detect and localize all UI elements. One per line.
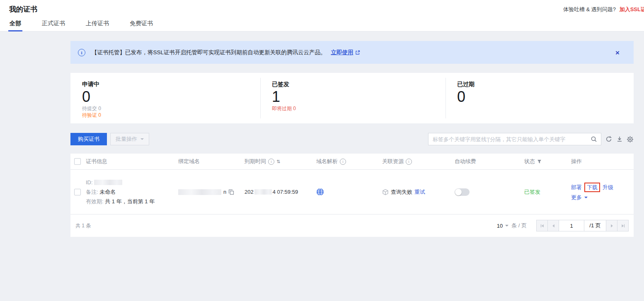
cert-info-cell: ID: 备注: 未命名 有效期: 共 1 年，当前第 1 年: [86, 178, 178, 206]
search-icon[interactable]: [587, 136, 601, 142]
gear-icon[interactable]: [627, 136, 634, 143]
stat-sub-expiring-soon: 即将过期 0: [272, 105, 445, 112]
page-size-select[interactable]: 10: [497, 223, 508, 229]
refresh-icon[interactable]: [605, 136, 612, 143]
table-row: ID: 备注: 未命名 有效期: 共 1 年，当前第 1 年 n 2024 07…: [70, 170, 634, 214]
more-link[interactable]: 更多: [571, 195, 582, 200]
filter-icon[interactable]: [537, 159, 542, 164]
auto-renew-cell: [455, 188, 524, 196]
search-box: [428, 133, 601, 145]
pagination: 10 条 / 页 /1 页: [497, 220, 629, 231]
resources-cell: 查询失败 重试: [382, 188, 455, 196]
domain-suffix: n: [223, 189, 226, 195]
close-icon[interactable]: ×: [615, 49, 620, 56]
stat-value: 1: [272, 89, 445, 105]
tab-official-certs[interactable]: 正式证书: [41, 17, 66, 31]
resource-status: 查询失败: [391, 188, 412, 196]
redacted-cert-id: [94, 180, 122, 185]
stat-value: 0: [82, 89, 260, 105]
next-page-button[interactable]: [606, 220, 617, 231]
dns-cell: [316, 188, 382, 196]
tab-all[interactable]: 全部: [8, 17, 22, 31]
col-domain: 绑定域名: [178, 158, 200, 165]
redacted-expiry-date: [254, 189, 272, 195]
redacted-domain: [178, 189, 221, 195]
stat-card-applying: 申请中 0 待提交 0 待验证 0: [70, 73, 260, 123]
toolbar-icons: [601, 136, 634, 143]
stat-sub-pending-verify: 待验证 0: [82, 112, 260, 118]
select-all-checkbox[interactable]: [74, 158, 81, 165]
search-input[interactable]: [429, 136, 587, 142]
chevron-down-icon: [505, 225, 508, 228]
pager-buttons: /1 页: [537, 220, 629, 231]
stat-title: 申请中: [82, 81, 260, 88]
page-title: 我的证书: [9, 5, 37, 14]
toggle-knob: [455, 189, 462, 195]
stat-value: 0: [457, 89, 634, 105]
table-footer: 共 1 条 10 条 / 页 /1 页: [70, 214, 634, 237]
info-icon[interactable]: i: [406, 159, 412, 165]
feedback-text: 体验吐槽 & 遇到问题?: [563, 6, 616, 12]
validity-label: 有效期:: [86, 198, 104, 205]
table-header: 证书信息 绑定域名 到期时间 i ⇅ 域名解析 i 关联资源 i 自动续费 状态…: [70, 154, 634, 170]
col-cert-info: 证书信息: [86, 158, 107, 165]
status-cell: 已签发: [524, 188, 571, 196]
download-icon[interactable]: [616, 136, 623, 143]
globe-icon[interactable]: [316, 188, 324, 196]
col-resources: 关联资源: [382, 158, 404, 165]
info-icon[interactable]: i: [268, 159, 274, 165]
row-checkbox[interactable]: [74, 189, 81, 195]
status-badge: 已签发: [524, 188, 540, 196]
use-now-link[interactable]: 立即使用: [331, 49, 353, 56]
join-ssl-link-clipped: 证: [641, 6, 644, 13]
package-icon: [382, 189, 389, 195]
upgrade-link[interactable]: 升级: [603, 185, 613, 190]
expiry-suffix: 4 07:59:59: [273, 189, 298, 195]
last-page-button[interactable]: [617, 220, 629, 231]
page-number-input[interactable]: [559, 220, 584, 231]
expiry-cell: 2024 07:59:59: [245, 189, 316, 195]
domain-cell: n: [178, 189, 245, 195]
prev-page-button[interactable]: [547, 220, 559, 231]
col-dns: 域名解析: [316, 158, 338, 165]
batch-operation-button[interactable]: 批量操作: [110, 133, 149, 145]
banner-message: 【证书托管】已发布，将SSL证书开启托管即可实现证书到期前自动更新关联的腾讯云云…: [92, 49, 326, 56]
buy-certificate-button[interactable]: 购买证书: [70, 133, 107, 145]
stat-title: 已签发: [272, 81, 445, 88]
actions-cell: 部署 下载 升级 更多: [571, 184, 634, 200]
join-ssl-link[interactable]: 加入SSL: [620, 6, 641, 12]
chevron-down-icon: [584, 197, 588, 200]
chevron-down-icon: [140, 138, 144, 142]
auto-renew-toggle[interactable]: [455, 188, 470, 196]
deploy-link[interactable]: 部署: [571, 185, 582, 190]
sort-icon[interactable]: ⇅: [276, 159, 280, 164]
top-bar: 我的证书 体验吐槽 & 遇到问题? 加入SSL证 全部 正式证书 上传证书 免费…: [0, 0, 644, 31]
col-auto-renew: 自动续费: [455, 158, 476, 165]
page-total-label: /1 页: [584, 220, 606, 231]
tab-uploaded-certs[interactable]: 上传证书: [85, 17, 110, 31]
external-link-icon: [355, 50, 360, 55]
download-link[interactable]: 下载: [587, 184, 598, 190]
retry-link[interactable]: 重试: [414, 188, 425, 196]
id-label: ID:: [86, 179, 93, 185]
copy-icon[interactable]: [228, 189, 234, 195]
content-area: i 【证书托管】已发布，将SSL证书开启托管即可实现证书到期前自动更新关联的腾讯…: [70, 41, 634, 237]
info-icon: i: [78, 49, 85, 56]
stats-panel: 申请中 0 待提交 0 待验证 0 已签发 1 即将过期 0 已过期 0: [70, 73, 634, 123]
col-status: 状态: [524, 158, 535, 165]
stat-sub-pending-submit: 待提交 0: [82, 105, 260, 112]
stat-card-expired: 已过期 0: [445, 73, 634, 123]
per-page-label: 条 / 页: [511, 222, 527, 229]
note-label: 备注:: [86, 189, 98, 195]
stat-title: 已过期: [457, 81, 634, 88]
info-icon[interactable]: i: [340, 159, 346, 165]
tab-free-certs[interactable]: 免费证书: [128, 17, 154, 31]
toolbar-right: [428, 133, 634, 145]
tab-bar: 全部 正式证书 上传证书 免费证书: [8, 17, 172, 31]
first-page-button[interactable]: [536, 220, 548, 231]
validity-value: 共 1 年，当前第 1 年: [105, 198, 155, 205]
col-expiry: 到期时间: [245, 158, 266, 165]
note-value: 未命名: [99, 189, 116, 195]
total-count: 共 1 条: [75, 222, 91, 229]
stat-card-issued: 已签发 1 即将过期 0: [260, 73, 445, 123]
